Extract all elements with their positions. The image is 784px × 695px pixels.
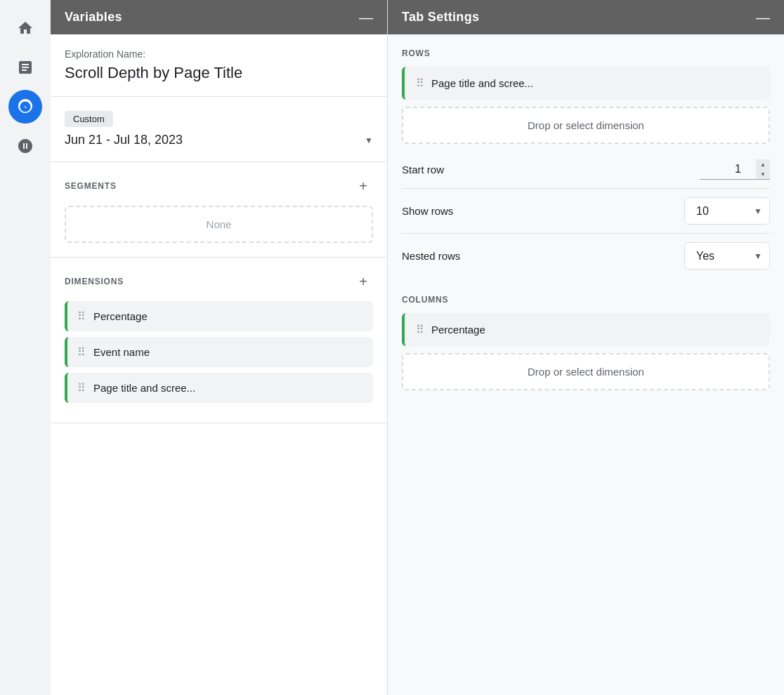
spin-buttons: ▲ ▼ [756,159,770,179]
tab-settings-panel: Tab Settings — ROWS ⠿ Page title and scr… [388,0,784,695]
exploration-name-section: Exploration Name: Scroll Depth by Page T… [51,34,387,97]
sidebar-nav [0,0,51,695]
show-rows-label: Show rows [402,205,453,217]
segments-none: None [65,206,373,243]
exploration-label: Exploration Name: [65,48,373,60]
tab-settings-title: Tab Settings [402,10,479,25]
date-badge: Custom [65,111,113,127]
columns-section: COLUMNS ⠿ Percentage Drop or select dime… [402,295,770,390]
sidebar-item-explore[interactable] [8,90,42,124]
sidebar-item-reports[interactable] [8,51,42,84]
drop-zone-rows[interactable]: Drop or select dimension [402,107,770,144]
dimension-item[interactable]: ⠿ Event name [65,337,373,367]
drag-handle-icon: ⠿ [77,310,86,323]
dimension-item[interactable]: ⠿ Page title and scree... [65,373,373,403]
drag-handle-icon: ⠿ [416,77,424,90]
segments-title: SEGMENTS [65,181,117,191]
date-range-section: Custom Jun 21 - Jul 18, 2023 ▼ [51,97,387,162]
start-row-input-wrapper: ▲ ▼ [700,159,770,180]
nested-rows-select[interactable]: Yes No [685,243,769,269]
sidebar-item-home[interactable] [8,11,42,45]
nested-rows-setting: Nested rows Yes No ▼ [402,234,770,278]
tab-settings-header: Tab Settings — [388,0,784,34]
column-dimension-item[interactable]: ⠿ Percentage [402,313,770,346]
variables-minimize[interactable]: — [359,11,373,25]
dimensions-header: DIMENSIONS + [65,272,373,291]
drag-handle-icon: ⠿ [77,345,86,359]
drag-handle-icon: ⠿ [77,381,86,395]
variables-title: Variables [65,10,122,25]
dimension-item[interactable]: ⠿ Percentage [65,301,373,331]
row-dimension-label: Page title and scree... [431,77,533,89]
variables-panel: Variables — Exploration Name: Scroll Dep… [51,0,388,695]
exploration-name[interactable]: Scroll Depth by Page Title [65,64,373,82]
show-rows-select[interactable]: 10 25 50 100 500 [685,198,769,224]
spin-down-button[interactable]: ▼ [756,169,770,179]
sidebar-item-attribution[interactable] [8,129,42,163]
add-segment-button[interactable]: + [353,176,373,196]
variables-header: Variables — [51,0,387,34]
nested-rows-label: Nested rows [402,250,460,262]
show-rows-setting: Show rows 10 25 50 100 500 ▼ [402,189,770,234]
drop-zone-columns[interactable]: Drop or select dimension [402,353,770,390]
drag-handle-icon: ⠿ [416,323,424,336]
start-row-setting: Start row ▲ ▼ [402,151,770,189]
date-range-row[interactable]: Jun 21 - Jul 18, 2023 ▼ [65,133,373,147]
row-dimension-item[interactable]: ⠿ Page title and scree... [402,67,770,100]
start-row-input[interactable] [700,160,756,178]
rows-label: ROWS [402,48,770,58]
start-row-label: Start row [402,164,444,176]
dimension-label: Page title and scree... [93,382,195,394]
dimensions-section: DIMENSIONS + ⠿ Percentage ⠿ Event name ⠿… [51,258,387,423]
date-range-text: Jun 21 - Jul 18, 2023 [65,133,183,147]
segments-section: SEGMENTS + None [51,162,387,258]
show-rows-select-wrapper: 10 25 50 100 500 ▼ [684,197,770,225]
add-dimension-button[interactable]: + [353,272,373,291]
rows-section: ROWS ⠿ Page title and scree... Drop or s… [402,48,770,278]
column-dimension-label: Percentage [431,324,485,336]
nested-rows-select-wrapper: Yes No ▼ [684,242,770,270]
segments-header: SEGMENTS + [65,176,373,196]
tab-settings-minimize[interactable]: — [756,11,770,25]
columns-label: COLUMNS [402,295,770,305]
date-range-arrow-icon: ▼ [365,135,373,145]
dimensions-title: DIMENSIONS [65,277,124,286]
dimension-label: Percentage [93,310,148,322]
dimension-label: Event name [93,346,150,358]
main-content: Variables — Exploration Name: Scroll Dep… [51,0,784,695]
tab-settings-content: ROWS ⠿ Page title and scree... Drop or s… [388,34,784,421]
spin-up-button[interactable]: ▲ [756,159,770,169]
